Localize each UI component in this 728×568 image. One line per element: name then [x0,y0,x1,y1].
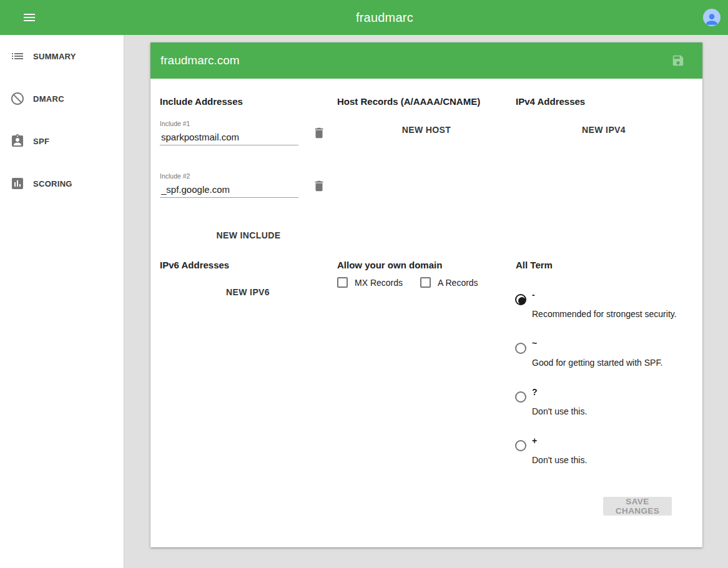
new-ipv6-button[interactable]: NEW IPV6 [210,281,285,303]
badge-icon [10,134,25,149]
sidebar-item-summary[interactable]: SUMMARY [0,35,124,77]
a-records-label: A Records [438,278,478,288]
ipv6-addresses-heading: IPv6 Addresses [160,260,229,271]
bar-chart-icon [10,176,25,191]
radio-description: Don't use this. [532,455,587,465]
radio-button-softfail[interactable] [515,343,526,354]
sidebar-item-dmarc[interactable]: DMARC [0,77,124,120]
sidebar-item-label: SCORING [33,179,72,189]
new-host-button[interactable]: NEW HOST [395,119,458,141]
all-term-option-softfail: ~ Good for getting started with SPF. [515,338,696,382]
new-ipv4-button[interactable]: NEW IPV4 [573,119,635,141]
include-2-input[interactable] [160,183,298,198]
new-include-button[interactable]: NEW INCLUDE [211,224,286,247]
radio-button-pass[interactable] [515,440,526,451]
include-2-label: Include #2 [160,172,298,180]
radio-symbol: ? [532,387,538,397]
include-1-input[interactable] [160,130,298,145]
all-term-option-neutral: ? Don't use this. [515,387,696,431]
domain-card: fraudmarc.com Include Addresses Host Rec… [150,42,702,547]
sidebar-item-label: SUMMARY [33,52,76,61]
mx-records-label: MX Records [355,278,403,288]
radio-symbol: ~ [532,338,537,348]
include-addresses-heading: Include Addresses [160,96,243,107]
card-title: fraudmarc.com [160,54,671,67]
radio-description: Good for getting started with SPF. [532,358,662,368]
list-icon [10,49,25,64]
delete-include-2-icon[interactable] [312,179,326,193]
host-records-heading: Host Records (A/AAAA/CNAME) [337,96,480,107]
a-records-checkbox[interactable] [420,277,431,288]
user-avatar-icon[interactable] [703,9,721,26]
radio-symbol: - [532,290,535,300]
sidebar-item-scoring[interactable]: SCORING [0,162,124,205]
save-icon[interactable] [671,54,685,67]
sidebar-item-spf[interactable]: SPF [0,120,124,162]
sidebar: SUMMARY DMARC SPF SCORING [0,35,124,568]
card-body: Include Addresses Host Records (A/AAAA/C… [150,79,702,547]
all-term-option-pass: + Don't use this. [515,436,696,479]
allow-own-domain-heading: Allow your own domain [337,260,442,271]
radio-symbol: + [532,436,537,446]
sidebar-item-label: SPF [33,137,49,146]
domain-checkbox-row: MX Records A Records [337,277,478,288]
hamburger-menu-icon[interactable] [22,10,37,25]
include-1-label: Include #1 [160,120,298,127]
block-icon [10,91,25,106]
mx-records-checkbox[interactable] [337,277,348,288]
save-changes-button[interactable]: SAVE CHANGES [603,497,672,516]
all-term-heading: All Term [516,260,553,271]
radio-button-fail[interactable] [515,294,526,305]
radio-description: Recommended for strongest security. [532,309,677,319]
ipv4-addresses-heading: IPv4 Addresses [516,96,585,107]
app-title: fraudmarc [356,0,413,35]
radio-description: Don't use this. [532,406,587,416]
card-header: fraudmarc.com [150,42,702,79]
radio-button-neutral[interactable] [515,391,526,403]
main-content: fraudmarc.com Include Addresses Host Rec… [124,35,728,568]
sidebar-item-label: DMARC [33,94,64,104]
include-1-field: Include #1 [160,120,298,145]
include-2-field: Include #2 [160,172,298,198]
all-term-option-fail: - Recommended for strongest security. [515,290,696,333]
delete-include-1-icon[interactable] [312,126,326,140]
app-header: fraudmarc [0,0,728,35]
